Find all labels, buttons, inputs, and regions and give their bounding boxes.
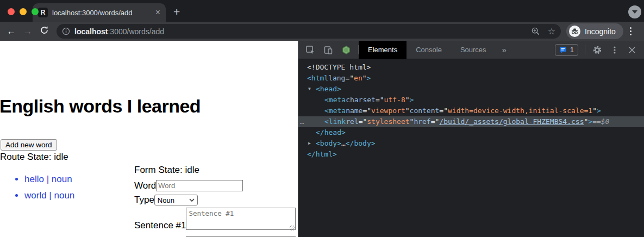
forward-button[interactable]: →: [20, 26, 36, 37]
arrow-spacer: [308, 127, 316, 138]
back-button[interactable]: ←: [3, 26, 20, 37]
downloads-button[interactable]: [628, 5, 641, 18]
arrow-spacer: [317, 95, 324, 105]
code-segment: <meta: [324, 105, 346, 116]
code-segment: ": [362, 73, 367, 84]
devtools-dom-node[interactable]: ▼<head>: [298, 84, 644, 95]
bookmark-star-icon[interactable]: ☆: [548, 26, 555, 36]
code-segment: ": [405, 95, 410, 105]
word-list: hello | noun world | noun: [0, 174, 74, 207]
reload-button[interactable]: [36, 26, 52, 38]
content-area: English words I learned Add new word Rou…: [0, 41, 644, 237]
code-segment: <head>: [316, 84, 341, 95]
arrow-spacer: [317, 116, 324, 127]
browser-toolbar: ← → localhost:3000/words/add ☆ Incognito: [0, 22, 644, 41]
code-segment: rel: [346, 116, 358, 127]
code-segment: =": [431, 116, 440, 127]
url-text[interactable]: localhost:3000/words/add: [74, 27, 531, 36]
zoom-icon[interactable]: [531, 27, 540, 36]
code-segment: >: [588, 116, 592, 127]
list-item: hello | noun: [24, 174, 74, 185]
divider: [585, 45, 585, 54]
code-segment: ": [584, 116, 588, 127]
node-js-icon[interactable]: [341, 45, 352, 55]
expand-arrow-icon[interactable]: ▶: [308, 138, 316, 149]
settings-gear-icon[interactable]: [592, 45, 603, 55]
close-window-button[interactable]: [8, 8, 15, 15]
code-segment: charset: [346, 95, 376, 105]
code-segment: en: [354, 73, 362, 84]
devtools-dom-node[interactable]: <meta name="viewport" content="width=dev…: [298, 105, 644, 116]
devtools-dom-node[interactable]: …<link rel="stylesheet" href="/build/_as…: [298, 116, 644, 127]
code-segment: =": [362, 105, 371, 116]
code-segment: >: [410, 95, 414, 105]
code-segment: =": [439, 105, 448, 116]
browser-menu-button[interactable]: [630, 27, 632, 35]
code-segment: =": [359, 116, 367, 127]
devtools-menu-icon[interactable]: [609, 45, 620, 55]
tab-console[interactable]: Console: [407, 41, 451, 59]
code-segment: stylesheet: [367, 116, 409, 127]
code-segment: ": [405, 105, 410, 116]
inspect-element-icon[interactable]: [305, 45, 316, 55]
site-info-icon[interactable]: [62, 27, 70, 35]
devtools-dom-node[interactable]: <html lang="en">: [298, 73, 644, 84]
devtools-panel: Elements Console Sources » 1: [298, 41, 644, 237]
type-select[interactable]: Noun: [154, 195, 198, 205]
incognito-badge: Incognito: [566, 23, 623, 39]
code-segment: >: [367, 73, 371, 84]
add-new-word-button[interactable]: Add new word: [1, 139, 57, 151]
code-segment: ": [592, 105, 597, 116]
devtools-dom-node[interactable]: <meta charset="utf-8">: [298, 95, 644, 105]
maximize-window-button[interactable]: [32, 8, 39, 15]
sentence-textarea[interactable]: [186, 208, 296, 230]
incognito-icon: [569, 26, 580, 37]
device-toolbar-icon[interactable]: [323, 45, 334, 55]
tab-bar: R localhost:3000/words/add × +: [0, 0, 644, 22]
arrow-spacer: [299, 149, 307, 160]
word-input[interactable]: [156, 180, 243, 191]
type-label: Type: [134, 195, 154, 205]
code-segment: <meta: [324, 95, 346, 105]
remix-favicon-icon: R: [38, 8, 48, 17]
tab-close-icon[interactable]: ×: [155, 8, 160, 17]
sentence-textarea-wrap: [186, 208, 296, 232]
stylesheet-link[interactable]: /build/_assets/global-FHZEMBS4.css: [439, 116, 584, 127]
browser-tab[interactable]: R localhost:3000/words/add ×: [33, 3, 166, 22]
code-segment: <html: [307, 73, 328, 84]
close-devtools-icon[interactable]: [627, 45, 637, 55]
add-word-form: Form State: idle Word Type Noun Sentence…: [134, 165, 297, 237]
code-segment: …: [341, 138, 346, 149]
incognito-label: Incognito: [585, 27, 616, 36]
word-link-world[interactable]: world | noun: [24, 190, 74, 201]
tab-elements[interactable]: Elements: [359, 41, 407, 59]
devtools-dom-node[interactable]: </head>: [298, 127, 644, 138]
browser-window: R localhost:3000/words/add × + ← → local…: [0, 0, 644, 237]
arrow-spacer: [317, 105, 324, 116]
expand-arrow-icon[interactable]: ▼: [308, 84, 316, 95]
code-segment: ": [410, 116, 414, 127]
devtools-toolbar: Elements Console Sources » 1: [298, 41, 644, 59]
code-segment: <link: [324, 116, 346, 127]
devtools-dom-tree: <!DOCTYPE html><html lang="en">▼<head><m…: [298, 59, 644, 237]
console-messages-badge[interactable]: 1: [555, 44, 578, 56]
code-segment: </html>: [307, 149, 337, 160]
node-options-ellipsis[interactable]: …: [300, 116, 304, 127]
code-segment: content: [410, 105, 440, 116]
code-segment: viewport: [371, 105, 405, 116]
devtools-dom-node[interactable]: </html>: [298, 149, 644, 160]
tab-sources[interactable]: Sources: [451, 41, 496, 59]
more-tabs-icon[interactable]: »: [502, 45, 507, 54]
word-link-hello[interactable]: hello | noun: [24, 174, 72, 184]
code-segment: width=device-width,initial-scale=1: [448, 105, 592, 116]
code-segment: <body>: [316, 138, 341, 149]
devtools-dom-node[interactable]: <!DOCTYPE html>: [298, 62, 644, 73]
address-bar[interactable]: localhost:3000/words/add ☆: [57, 24, 561, 39]
minimize-window-button[interactable]: [20, 8, 27, 15]
devtools-dom-node[interactable]: ▶<body>…</body>: [298, 138, 644, 149]
tab-title: localhost:3000/words/add: [52, 9, 152, 17]
code-segment: name: [346, 105, 362, 116]
new-tab-button[interactable]: +: [173, 5, 180, 18]
sentence-label: Sentence #1: [134, 220, 186, 232]
list-item: world | noun: [24, 190, 74, 201]
